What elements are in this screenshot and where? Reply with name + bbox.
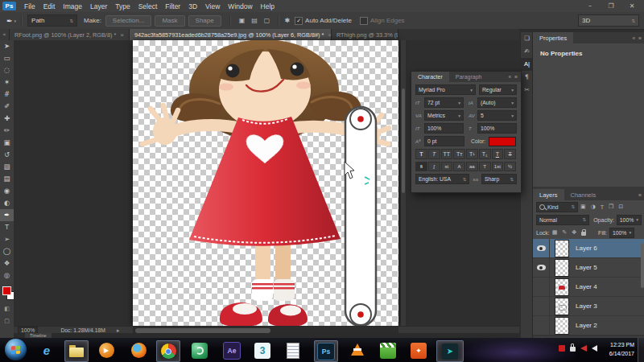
tray-lock-icon[interactable] (570, 347, 576, 352)
crop-tool[interactable]: # (0, 88, 14, 101)
visibility-toggle[interactable] (533, 239, 550, 257)
layer-thumbnail[interactable] (555, 278, 569, 296)
gradient-tool[interactable]: ▤ (0, 173, 14, 185)
taskbar-internet-explorer[interactable]: e (35, 340, 58, 360)
font-size-field[interactable]: 72 pt ▾ (424, 97, 464, 108)
tray-speaker-icon[interactable] (592, 345, 597, 352)
workspace-select[interactable]: 3D ⇅ (578, 14, 639, 27)
tab-character[interactable]: Character (411, 72, 449, 82)
menu-window[interactable]: Window (228, 2, 252, 10)
lock-position-icon[interactable]: ✥ (572, 229, 576, 236)
ordinals-button[interactable]: 1st (492, 162, 504, 171)
taskbar-green-app[interactable] (188, 340, 211, 360)
align-edges-checkbox[interactable] (360, 17, 368, 25)
document-canvas[interactable] (133, 40, 398, 326)
make-mask-button[interactable]: Mask (155, 15, 184, 27)
taskbar-3-app[interactable]: 3 (251, 340, 274, 360)
healing-brush-tool[interactable]: ✚ (0, 113, 14, 125)
tray-notification-icon[interactable] (580, 345, 587, 352)
taskbar-clock[interactable]: 12:23 PM 6/14/2017 (609, 340, 634, 358)
taskbar-firefox[interactable] (127, 340, 150, 360)
shape-tool[interactable]: ◯ (0, 245, 14, 257)
faux-italic-button[interactable]: T (428, 149, 440, 159)
filter-pixel-layers-icon[interactable]: ▣ (580, 204, 586, 210)
layer-row-6[interactable]: Layer 6 (533, 239, 644, 258)
menu-image[interactable]: Image (63, 2, 82, 10)
tab-overflow-chevron-icon[interactable]: « (0, 29, 10, 40)
make-shape-button[interactable]: Shape (188, 15, 221, 27)
paragraph-panel-icon[interactable]: ¶ (521, 71, 533, 84)
menu-view[interactable]: View (205, 2, 220, 10)
filter-smart-objects-icon[interactable]: ⊡ (618, 204, 623, 210)
eraser-tool[interactable]: ▨ (0, 161, 14, 173)
move-tool[interactable]: ➤ (0, 40, 14, 52)
menu-help[interactable]: Help (261, 2, 275, 10)
taskbar-orange-app[interactable]: ✦ (407, 340, 430, 360)
taskbar-photoshop[interactable]: Ps (314, 340, 338, 362)
gear-icon[interactable]: ✱ (284, 17, 290, 24)
pen-tool-icon[interactable]: ✒ (6, 17, 13, 25)
menu-file[interactable]: File (24, 2, 35, 10)
lock-all-icon[interactable] (581, 232, 586, 236)
horizontal-scale-field[interactable]: 100% (477, 123, 517, 134)
menu-edit[interactable]: Edit (43, 2, 56, 10)
taskbar-file-explorer[interactable] (64, 340, 89, 362)
taskbar-vlc[interactable] (346, 340, 369, 360)
tracking-field[interactable]: 5 ▾ (477, 110, 517, 121)
make-selection-button[interactable]: Selection... (105, 15, 152, 27)
screen-mode-icon[interactable]: ▢ (0, 316, 14, 327)
kind-filter-select[interactable]: Kind ⇅ (536, 202, 578, 212)
layer-thumbnail[interactable] (555, 240, 569, 257)
lock-transparency-icon[interactable]: ▦ (552, 229, 558, 236)
contextual-alternates-button[interactable]: ʃ (428, 162, 440, 171)
text-color-swatch[interactable] (489, 137, 516, 146)
tab-properties[interactable]: Properties (533, 32, 573, 43)
tab-rthigh[interactable]: RThigh.png @ 33.3% (Layer 0, RGB/8) * (332, 29, 398, 40)
all-caps-button[interactable]: TT (441, 149, 453, 159)
layer-thumbnail[interactable] (555, 298, 569, 315)
fractions-button[interactable]: ½ (504, 162, 516, 171)
tab-paragraph[interactable]: Paragraph (449, 72, 489, 82)
path-operations-icon[interactable]: ▣ (239, 17, 246, 24)
quick-mask-icon[interactable]: ◧ (0, 304, 14, 315)
tool-mode-select[interactable]: Path ⇅ (27, 14, 77, 27)
vertical-scrollbar[interactable] (401, 40, 406, 326)
ligatures-button[interactable]: fi (415, 162, 427, 171)
panel-menu-icon[interactable]: ≡ (638, 35, 642, 41)
collapse-panel-icon[interactable]: « (509, 74, 512, 80)
start-button[interactable] (5, 339, 27, 360)
visibility-toggle[interactable] (533, 316, 550, 335)
panel-menu-icon[interactable]: ≡ (514, 74, 518, 80)
menu-filter[interactable]: Filter (165, 2, 180, 10)
anti-alias-select[interactable]: Sharp ⇅ (481, 174, 517, 184)
history-panel-icon[interactable]: ❏ (521, 32, 533, 45)
menu-3d[interactable]: 3D (188, 2, 197, 10)
clone-stamp-tool[interactable]: ▣ (0, 137, 14, 149)
layer-row-5[interactable]: Layer 5 (533, 258, 644, 278)
collapse-panel-icon[interactable]: « (633, 35, 636, 41)
swash-button[interactable]: A (453, 162, 465, 171)
baseline-shift-field[interactable]: 0 pt (424, 136, 464, 146)
superscript-button[interactable]: T¹ (466, 149, 478, 159)
tab-channels[interactable]: Channels (564, 189, 603, 200)
hand-tool[interactable]: ❖ (0, 257, 14, 269)
filter-shape-layers-icon[interactable]: ❒ (609, 204, 613, 210)
tab-layers[interactable]: Layers (533, 189, 564, 200)
panel-menu-icon[interactable]: ≡ (638, 192, 642, 198)
pen-preset-caret-icon[interactable]: ▾ (14, 19, 17, 23)
lock-pixels-icon[interactable]: ✎ (562, 229, 567, 236)
path-select-tool[interactable]: ➢ (0, 233, 14, 245)
brush-tool[interactable]: ✏ (0, 125, 14, 137)
taskbar-video-editor[interactable] (377, 340, 399, 360)
type-tool[interactable]: T (0, 221, 14, 233)
titling-alternates-button[interactable]: T (479, 162, 491, 171)
clone-source-panel-icon[interactable]: ✍ (521, 45, 533, 58)
underline-button[interactable]: T (492, 149, 504, 159)
font-style-select[interactable]: Regular ▾ (479, 84, 517, 95)
faux-bold-button[interactable]: T (415, 149, 427, 159)
path-arrangement-icon[interactable]: ▢ (264, 17, 270, 24)
strikethrough-button[interactable]: T (504, 149, 516, 159)
blur-tool[interactable]: ◉ (0, 185, 14, 197)
tab-rfoot[interactable]: RFoot.png @ 100% (Layer 2, RGB/8) * × (10, 29, 130, 40)
menu-type[interactable]: Type (115, 2, 130, 10)
